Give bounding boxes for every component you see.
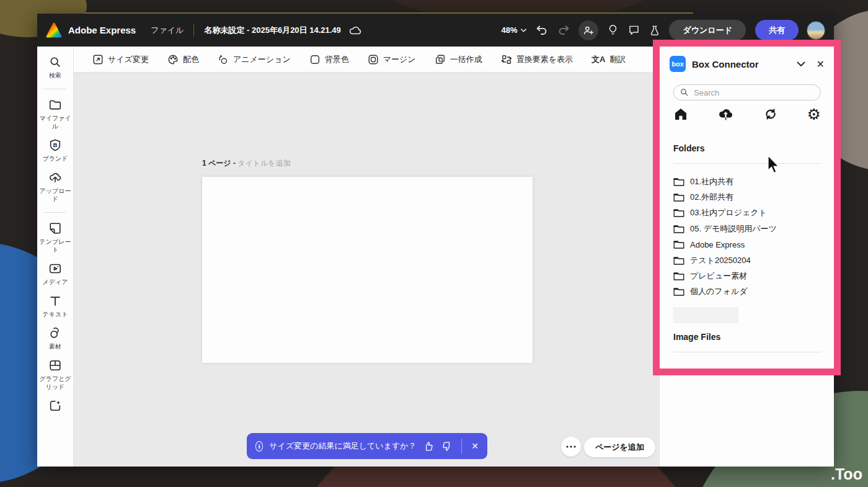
comment-icon[interactable] xyxy=(627,24,640,37)
sidebar-item-addons[interactable] xyxy=(38,399,73,413)
folder-row[interactable]: 02.外部共有 xyxy=(673,189,828,205)
shapes-icon xyxy=(48,326,62,340)
document-page[interactable] xyxy=(202,177,533,363)
settings-button[interactable]: ⚙ xyxy=(807,107,821,122)
panel-title: Box Connector xyxy=(692,59,759,69)
lightbulb-icon[interactable] xyxy=(606,24,619,37)
zoom-control[interactable]: 48% xyxy=(501,25,527,35)
folder-row[interactable]: プレビュー素材 xyxy=(673,268,828,284)
more-icon xyxy=(566,445,576,448)
grid-icon xyxy=(48,359,62,372)
app-name: Adobe Express xyxy=(68,25,136,35)
adobe-express-logo-icon[interactable] xyxy=(46,22,62,38)
topbar: Adobe Express ファイル 名称未設定 - 2025年6月20日 14… xyxy=(37,14,834,47)
feedback-text: サイズ変更の結果に満足していますか？ xyxy=(269,440,416,452)
mouse-cursor xyxy=(767,156,781,177)
folder-icon xyxy=(673,239,684,249)
cloud-upload-icon xyxy=(48,171,62,184)
thumbs-down-button[interactable] xyxy=(441,440,453,452)
folder-row[interactable]: 03.社内プロジェクト xyxy=(673,205,828,221)
color-scheme-button[interactable]: 配色 xyxy=(167,54,199,65)
image-files-heading: Image Files xyxy=(673,332,720,342)
folder-list: 01.社内共有 02.外部共有 03.社内プロジェクト 05. デモ時説明用パー… xyxy=(673,174,828,300)
sidebar-item-media[interactable]: メディア xyxy=(38,262,73,286)
sidebar-item-grids[interactable]: グラフとグリッド xyxy=(38,359,73,391)
panel-search[interactable] xyxy=(673,84,821,101)
left-sidebar: 検索 マイファイル B ブランド アップロード テンプレート メディア テキスト xyxy=(37,47,74,467)
undo-icon[interactable] xyxy=(535,24,549,37)
cloud-upload-icon xyxy=(717,107,734,122)
topbar-divider xyxy=(193,24,194,37)
folder-row[interactable]: 個人のフォルダ xyxy=(673,284,828,300)
image-files-divider xyxy=(673,352,821,352)
search-icon xyxy=(48,55,62,69)
translate-button[interactable]: 文A 翻訳 xyxy=(591,54,626,65)
sidebar-item-elements[interactable]: 素材 xyxy=(38,326,73,351)
home-button[interactable] xyxy=(673,107,688,122)
search-icon xyxy=(680,87,689,97)
canvas-area: 1 ページ - タイトルを追加 i サイズ変更の結果に満足していますか？ ✕ ペ… xyxy=(74,73,659,467)
palette-icon xyxy=(167,54,179,65)
background-color-button[interactable]: 背景色 xyxy=(309,54,349,65)
animation-icon xyxy=(218,54,229,65)
sidebar-item-search[interactable]: 検索 xyxy=(38,55,73,79)
sidebar-item-upload[interactable]: アップロード xyxy=(38,171,73,203)
zoom-level: 48% xyxy=(501,25,517,35)
template-icon xyxy=(48,221,62,235)
thumbs-down-icon xyxy=(441,440,453,452)
more-options-button[interactable] xyxy=(561,437,581,457)
sidebar-item-my-files[interactable]: マイファイル xyxy=(38,98,73,130)
svg-text:B: B xyxy=(53,142,58,148)
margin-button[interactable]: マージン xyxy=(368,54,416,65)
sidebar-item-templates[interactable]: テンプレート xyxy=(38,221,73,254)
share-button[interactable]: 共有 xyxy=(755,20,799,40)
panel-collapse-button[interactable] xyxy=(797,61,805,67)
folder-icon xyxy=(48,98,62,112)
home-icon xyxy=(673,107,688,122)
animation-button[interactable]: アニメーション xyxy=(218,54,291,65)
panel-close-button[interactable]: ✕ xyxy=(817,58,825,70)
folder-icon xyxy=(673,177,684,187)
folder-icon xyxy=(673,287,684,297)
sidebar-item-brand[interactable]: B ブランド xyxy=(38,138,73,163)
folder-row[interactable]: テスト20250204 xyxy=(673,252,828,268)
resize-button[interactable]: サイズ変更 xyxy=(92,54,149,65)
thumbs-up-button[interactable] xyxy=(423,440,435,452)
banner-close-button[interactable]: ✕ xyxy=(471,441,479,451)
folder-row[interactable]: 01.社内共有 xyxy=(673,174,828,189)
app-window: Adobe Express ファイル 名称未設定 - 2025年6月20日 14… xyxy=(37,14,834,467)
file-menu[interactable]: ファイル xyxy=(151,25,184,36)
sidebar-item-text[interactable]: テキスト xyxy=(38,294,73,318)
chevron-down-icon xyxy=(797,61,805,67)
folders-divider xyxy=(673,163,821,164)
avatar[interactable] xyxy=(807,21,825,40)
loading-placeholder xyxy=(673,307,738,323)
feedback-banner: i サイズ変更の結果に満足していますか？ ✕ xyxy=(247,433,487,459)
info-icon: i xyxy=(255,441,263,452)
add-page-button[interactable]: ページを追加 xyxy=(584,437,655,457)
document-title[interactable]: 名称未設定 - 2025年6月20日 14.21.49 xyxy=(204,25,340,36)
invite-collaborator-button[interactable] xyxy=(578,20,598,40)
download-button[interactable]: ダウンロード xyxy=(669,20,746,40)
folder-row[interactable]: Adobe Express xyxy=(673,237,828,252)
panel-header: box Box Connector ✕ xyxy=(670,55,825,73)
box-logo: box xyxy=(670,56,686,72)
redo-icon[interactable] xyxy=(557,24,570,37)
refresh-button[interactable] xyxy=(763,107,778,122)
banner-divider xyxy=(461,439,462,453)
title-placeholder[interactable]: タイトルを追加 xyxy=(237,159,290,168)
person-add-icon xyxy=(582,24,595,37)
page-label[interactable]: 1 ページ - タイトルを追加 xyxy=(202,158,291,169)
too-logo: .Too xyxy=(831,465,862,483)
addons-icon xyxy=(48,399,62,413)
show-replace-elements-button[interactable]: 置換要素を表示 xyxy=(501,54,573,65)
translate-icon: 文A xyxy=(591,54,605,65)
bulk-create-button[interactable]: 一括作成 xyxy=(435,54,482,65)
folder-row[interactable]: 05. デモ時説明用パーツ xyxy=(673,221,828,236)
folder-icon xyxy=(673,256,684,266)
flask-icon[interactable] xyxy=(649,24,661,37)
upload-button[interactable] xyxy=(717,107,734,122)
thumbs-up-icon xyxy=(423,440,435,452)
search-input[interactable] xyxy=(673,84,821,101)
chevron-down-icon xyxy=(520,28,527,33)
